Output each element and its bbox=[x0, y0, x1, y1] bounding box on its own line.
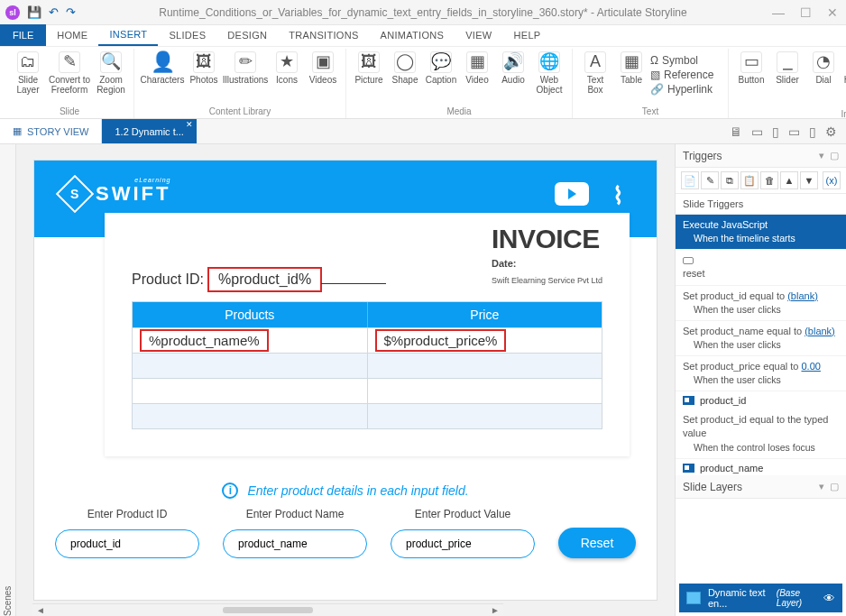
trigger-item[interactable]: Set product_id equal to the typed valueW… bbox=[676, 409, 846, 458]
hyperlink-button[interactable]: 🔗Hyperlink bbox=[650, 82, 722, 97]
layers-popout-icon[interactable]: ▢ bbox=[830, 481, 839, 492]
move-up-icon[interactable]: ▲ bbox=[780, 171, 798, 189]
product-id-input[interactable] bbox=[55, 529, 199, 558]
product-name-variable[interactable]: %product_name% bbox=[140, 329, 269, 352]
base-layer-row[interactable]: Dynamic text en... (Base Layer) 👁 bbox=[679, 584, 842, 612]
trigger-item[interactable]: Execute JavaScriptWhen the timeline star… bbox=[676, 215, 846, 250]
shape-button[interactable]: ◯Shape bbox=[388, 51, 422, 104]
delete-trigger-icon[interactable]: 🗑 bbox=[760, 171, 778, 189]
symbol-button[interactable]: ΩSymbol bbox=[650, 53, 722, 68]
videos-button[interactable]: ▣Videos bbox=[306, 51, 340, 104]
slider-button[interactable]: ⎯Slider bbox=[770, 51, 805, 104]
copy-trigger-icon[interactable]: ⧉ bbox=[721, 171, 739, 189]
triggers-panel-header[interactable]: Triggers ▾ ▢ bbox=[676, 144, 846, 168]
close-tab-icon[interactable]: ✕ bbox=[186, 120, 193, 129]
tab-insert[interactable]: INSERT bbox=[98, 24, 158, 46]
caption-button[interactable]: 💬Caption bbox=[424, 51, 458, 104]
group-label-content-library: Content Library bbox=[140, 106, 340, 118]
save-icon[interactable]: 💾 bbox=[27, 5, 41, 19]
product-id-variable[interactable]: %product_id% bbox=[207, 267, 322, 292]
trigger-item[interactable]: Set product_name equal to (blank)When th… bbox=[676, 321, 846, 356]
product-name-input-label: Enter Product Name bbox=[246, 508, 345, 520]
product-id-label: Product ID: bbox=[132, 271, 204, 288]
reset-button[interactable]: Reset bbox=[558, 528, 636, 558]
product-price-variable[interactable]: $%product_price% bbox=[375, 329, 507, 352]
variables-icon[interactable]: (x) bbox=[823, 171, 841, 189]
product-price-input[interactable] bbox=[391, 529, 535, 558]
invoice-title: INVOICE bbox=[492, 224, 602, 254]
audio-button[interactable]: 🔊Audio bbox=[496, 51, 530, 104]
convert-freeform-button[interactable]: ✎Convert to Freeform bbox=[47, 51, 92, 104]
trigger-variable[interactable]: product_name bbox=[676, 459, 846, 475]
tab-view[interactable]: VIEW bbox=[455, 24, 502, 46]
youtube-icon bbox=[555, 182, 589, 206]
canvas[interactable]: S eLearning SWIFT ⌇ INVOICE Date: Swift … bbox=[16, 144, 675, 616]
edit-trigger-icon[interactable]: ✎ bbox=[701, 171, 719, 189]
slide-canvas[interactable]: S eLearning SWIFT ⌇ INVOICE Date: Swift … bbox=[34, 161, 657, 600]
right-panels: Triggers ▾ ▢ 📄 ✎ ⧉ 📋 🗑 ▲ ▼ (x) Slide Tri… bbox=[675, 144, 846, 616]
info-icon: i bbox=[222, 483, 238, 499]
dial-button[interactable]: ◔Dial bbox=[806, 51, 841, 104]
window-title: Runtime_Conditions_or_Variables_for_dyna… bbox=[76, 6, 770, 19]
phone-portrait-icon[interactable]: ▯ bbox=[809, 124, 816, 139]
picture-button[interactable]: 🖼Picture bbox=[352, 51, 386, 104]
tab-home[interactable]: HOME bbox=[46, 24, 98, 46]
trigger-item[interactable]: reset bbox=[676, 250, 846, 286]
info-text: Enter product details in each input fiel… bbox=[247, 483, 468, 498]
maximize-icon[interactable]: ☐ bbox=[797, 5, 814, 20]
move-down-icon[interactable]: ▼ bbox=[800, 171, 818, 189]
tab-slides[interactable]: SLIDES bbox=[158, 24, 216, 46]
panel-menu-icon[interactable]: ▾ bbox=[819, 150, 824, 161]
tablet-portrait-icon[interactable]: ▯ bbox=[772, 124, 779, 139]
group-label-slide: Slide bbox=[11, 106, 128, 118]
tab-design[interactable]: DESIGN bbox=[216, 24, 278, 46]
hotspot-button[interactable]: ◯Hotspot bbox=[842, 51, 846, 104]
slide-tab[interactable]: 1.2 Dynamic t...✕ bbox=[102, 119, 196, 143]
trigger-item[interactable]: Set product_price equal to 0.00When the … bbox=[676, 356, 846, 391]
photos-button[interactable]: 🖼Photos bbox=[187, 51, 221, 104]
product-id-input-label: Enter Product ID bbox=[87, 508, 168, 520]
base-layer-suffix: (Base Layer) bbox=[777, 588, 816, 608]
tab-transitions[interactable]: TRANSITIONS bbox=[278, 24, 369, 46]
title-bar: sl 💾 ↶ ↷ Runtime_Conditions_or_Variables… bbox=[0, 0, 846, 25]
slide-layer-button[interactable]: 🗂Slide Layer bbox=[11, 51, 45, 104]
group-label-media: Media bbox=[352, 106, 566, 118]
tab-help[interactable]: HELP bbox=[503, 24, 552, 46]
redo-icon[interactable]: ↷ bbox=[66, 5, 76, 19]
characters-button[interactable]: 👤Characters bbox=[140, 51, 185, 104]
phone-landscape-icon[interactable]: ▭ bbox=[788, 124, 800, 139]
slide-layers-header[interactable]: Slide Layers ▾ ▢ bbox=[676, 475, 846, 499]
close-icon[interactable]: ✕ bbox=[824, 5, 841, 20]
paste-trigger-icon[interactable]: 📋 bbox=[740, 171, 759, 189]
visibility-icon[interactable]: 👁 bbox=[823, 592, 835, 605]
reference-button[interactable]: ▧Reference bbox=[650, 68, 722, 82]
product-name-input[interactable] bbox=[223, 529, 367, 558]
icons-button[interactable]: ★Icons bbox=[270, 51, 304, 104]
text-box-button[interactable]: AText Box bbox=[578, 51, 612, 104]
web-object-button[interactable]: 🌐Web Object bbox=[532, 51, 566, 104]
new-trigger-icon[interactable]: 📄 bbox=[681, 171, 699, 189]
minimize-icon[interactable]: — bbox=[770, 5, 786, 20]
settings-icon[interactable]: ⚙ bbox=[825, 124, 837, 139]
panel-popout-icon[interactable]: ▢ bbox=[830, 150, 839, 161]
button-button[interactable]: ▭Button bbox=[734, 51, 768, 104]
trigger-variable[interactable]: product_id bbox=[676, 391, 846, 409]
layers-menu-icon[interactable]: ▾ bbox=[819, 481, 824, 492]
tablet-landscape-icon[interactable]: ▭ bbox=[751, 124, 763, 139]
view-tabs: ▦STORY VIEW 1.2 Dynamic t...✕ 🖥 ▭ ▯ ▭ ▯ … bbox=[0, 119, 846, 144]
video-button[interactable]: ▦Video bbox=[460, 51, 494, 104]
layer-thumb-icon bbox=[686, 592, 701, 604]
horizontal-scrollbar[interactable] bbox=[32, 603, 503, 616]
undo-icon[interactable]: ↶ bbox=[49, 5, 59, 19]
illustrations-button[interactable]: ✏Illustrations bbox=[223, 51, 268, 104]
ribbon: 🗂Slide Layer ✎Convert to Freeform 🔍Zoom … bbox=[0, 47, 846, 119]
scenes-rail[interactable]: Scenes bbox=[0, 144, 16, 616]
zoom-region-button[interactable]: 🔍Zoom Region bbox=[94, 51, 128, 104]
story-view-tab[interactable]: ▦STORY VIEW bbox=[0, 119, 102, 143]
trigger-item[interactable]: Set product_id equal to (blank)When the … bbox=[676, 286, 846, 321]
tab-animations[interactable]: ANIMATIONS bbox=[370, 24, 455, 46]
group-label-text: Text bbox=[578, 106, 722, 118]
table-button[interactable]: ▦Table bbox=[614, 51, 648, 104]
file-tab[interactable]: FILE bbox=[0, 24, 46, 46]
desktop-icon[interactable]: 🖥 bbox=[730, 124, 742, 139]
